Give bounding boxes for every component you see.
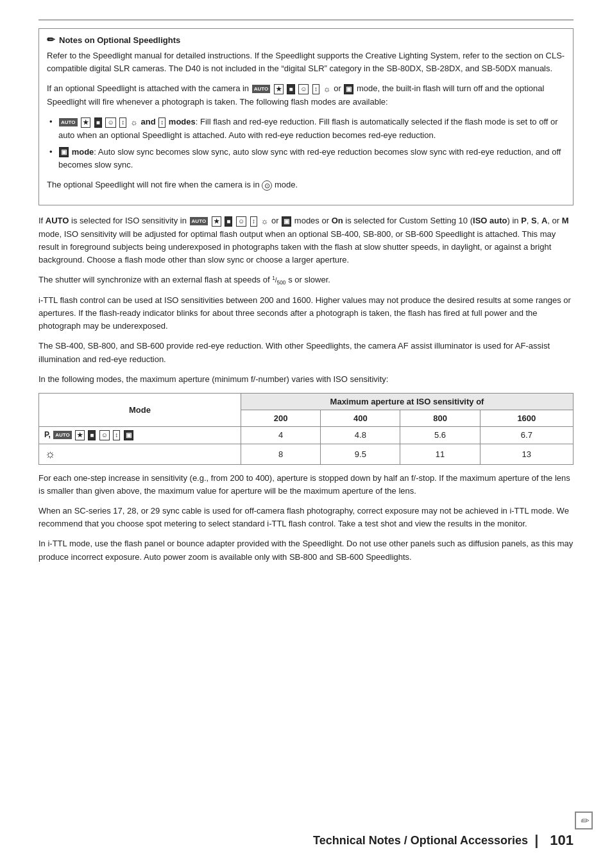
b1-mode-z: ★ bbox=[81, 117, 90, 128]
bullet-list: AUTO ★ ■ ☺ ↕ ☼ and ↕ modes: Fill flash a… bbox=[47, 116, 565, 171]
section-label: Technical Notes / Optional Accessories bbox=[313, 834, 528, 847]
table-cell-1-400: 4.8 bbox=[321, 426, 400, 444]
b1-mode-up: ↕ bbox=[119, 117, 126, 128]
iso-mode-nr: ▣ bbox=[282, 216, 291, 227]
row1-auto-icon: AUTO bbox=[53, 431, 72, 439]
iso-mode-person: ☼ bbox=[261, 215, 269, 228]
iso-mode-blk: ■ bbox=[225, 216, 232, 227]
table-cell-2-200: 8 bbox=[241, 444, 321, 464]
row1-blk-icon: ■ bbox=[88, 430, 96, 440]
separator: | bbox=[534, 832, 538, 849]
b2-mode-label: mode bbox=[72, 147, 94, 157]
top-rule bbox=[38, 19, 574, 21]
ittl2-para: In i-TTL mode, use the flash panel or bo… bbox=[38, 537, 574, 563]
sb-para: The SB-400, SB-800, and SB-600 provide r… bbox=[38, 340, 574, 365]
b1-mode-slow: ↕ bbox=[158, 117, 166, 128]
b2-mode-nr: ▣ bbox=[59, 147, 69, 157]
note-line: The optional Speedlight will not fire wh… bbox=[47, 178, 565, 191]
note-title-text: Notes on Optional Speedlights bbox=[59, 35, 180, 45]
note-title: ✏ Notes on Optional Speedlights bbox=[47, 34, 565, 46]
row1-up-icon: ↕ bbox=[113, 430, 120, 440]
page-number: 101 bbox=[550, 832, 574, 849]
row2-person-icon: ☼ bbox=[45, 447, 56, 461]
table-col-400: 400 bbox=[321, 410, 400, 426]
corner-pencil-icon: ✏ bbox=[580, 815, 588, 827]
b1-mode-person: ☼ bbox=[130, 116, 138, 129]
sc-para: When an SC-series 17, 28, or 29 sync cab… bbox=[38, 505, 574, 530]
table-cell-1-200: 4 bbox=[241, 426, 321, 444]
b1-mode-auto: AUTO bbox=[59, 118, 78, 126]
table-row-1: P, AUTO ★ ■ ☺ ↕ ▣ 4 4.8 5.6 6.7 bbox=[39, 426, 574, 444]
mode-person-icon: ☼ bbox=[323, 83, 331, 96]
mode-black-icon: ■ bbox=[287, 84, 294, 94]
table-cell-2-1600: 13 bbox=[480, 444, 573, 464]
row1-p-label: P, bbox=[44, 430, 51, 439]
mode-face-icon: ☺ bbox=[298, 84, 309, 94]
table-mode-col-header: Mode bbox=[39, 393, 241, 426]
iso-mode-face: ☺ bbox=[236, 216, 246, 227]
onestep-para: For each one-step increase in sensitivit… bbox=[38, 472, 574, 498]
table-mode-2: ☼ bbox=[39, 444, 241, 464]
bullet-item-2: ▣ mode: Auto slow sync becomes slow sync… bbox=[47, 146, 565, 171]
table-intro-para: In the following modes, the maximum aper… bbox=[38, 373, 574, 386]
mode-nr-icon: ▣ bbox=[344, 84, 353, 94]
note-para-2: If an optional Speedlight is attached wi… bbox=[47, 82, 565, 108]
mode-up-icon: ↕ bbox=[312, 84, 319, 94]
table-cell-2-800: 11 bbox=[400, 444, 480, 464]
table-col-200: 200 bbox=[241, 410, 321, 426]
fraction-speed: 1/500 bbox=[272, 277, 285, 284]
mode-circle-icon: ⊙ bbox=[262, 180, 272, 191]
footer: Technical Notes / Optional Accessories |… bbox=[0, 832, 612, 849]
table-mode-1: P, AUTO ★ ■ ☺ ↕ ▣ bbox=[39, 426, 241, 444]
table-col-1600: 1600 bbox=[480, 410, 573, 426]
note-para-1: Refer to the Speedlight manual for detai… bbox=[47, 49, 565, 75]
b1-mode-blk: ■ bbox=[94, 117, 102, 128]
iso-mode-up: ↕ bbox=[250, 216, 257, 227]
mode-z-icon: ★ bbox=[274, 84, 284, 94]
aperture-table: Mode Maximum aperture at ISO sensitivity… bbox=[38, 393, 574, 465]
iso-para: If AUTO is selected for ISO sensitivity … bbox=[38, 214, 574, 266]
b1-modes-label: modes bbox=[169, 117, 196, 126]
row1-z-icon: ★ bbox=[75, 430, 85, 440]
table-col-800: 800 bbox=[400, 410, 480, 426]
page: ✏ Notes on Optional Speedlights Refer to… bbox=[0, 0, 612, 868]
table-cell-1-800: 5.6 bbox=[400, 426, 480, 444]
bullet-item-1: AUTO ★ ■ ☺ ↕ ☼ and ↕ modes: Fill flash a… bbox=[47, 116, 565, 142]
mode-auto-icon: AUTO bbox=[252, 85, 271, 93]
note-pencil-icon: ✏ bbox=[47, 34, 55, 46]
corner-icon: ✏ bbox=[575, 812, 593, 829]
row1-nr-icon: ▣ bbox=[124, 430, 133, 440]
ittl-para: i-TTL flash control can be used at ISO s… bbox=[38, 294, 574, 333]
shutter-sync-para: The shutter will synchronize with an ext… bbox=[38, 273, 574, 287]
table-main-header: Maximum aperture at ISO sensitivity of bbox=[241, 393, 574, 410]
table-cell-1-1600: 6.7 bbox=[480, 426, 573, 444]
row1-face-icon: ☺ bbox=[99, 430, 110, 440]
iso-mode-z: ★ bbox=[212, 216, 221, 227]
table-row-2: ☼ 8 9.5 11 13 bbox=[39, 444, 574, 464]
footer-content: Technical Notes / Optional Accessories |… bbox=[313, 832, 574, 849]
table-cell-2-400: 9.5 bbox=[321, 444, 400, 464]
note-box: ✏ Notes on Optional Speedlights Refer to… bbox=[38, 28, 574, 205]
iso-mode-auto: AUTO bbox=[190, 217, 208, 225]
b1-and: and bbox=[140, 117, 155, 126]
b1-mode-face: ☺ bbox=[105, 117, 115, 128]
